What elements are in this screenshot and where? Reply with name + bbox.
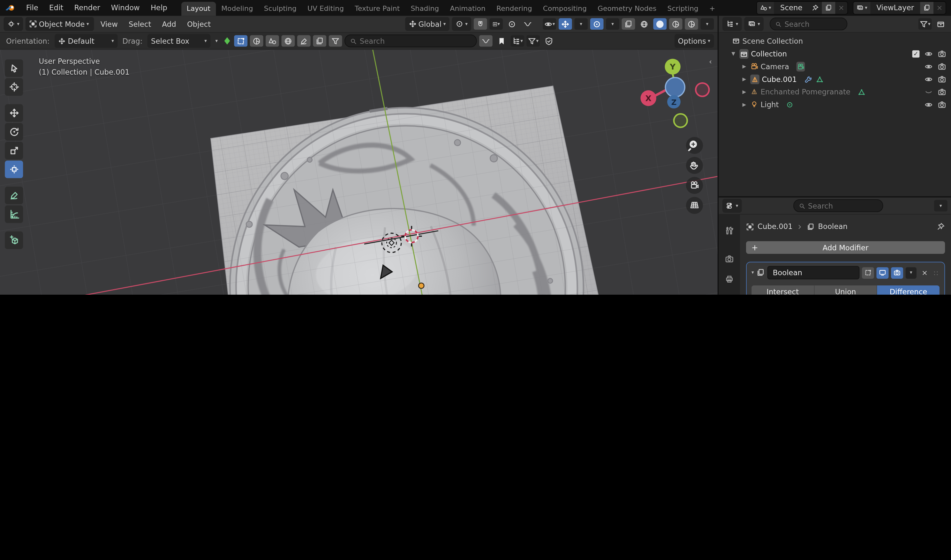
breadcrumb-object[interactable]: Cube.001 [758,222,793,231]
tool-annotate[interactable] [5,186,23,204]
overlays-dropdown[interactable]: ▾ [606,18,619,30]
menu-help[interactable]: Help [145,0,173,15]
cube001-hide-icon[interactable] [925,75,933,83]
light-render-icon[interactable] [937,100,946,109]
modifier-edit-mode-toggle[interactable] [862,267,874,278]
collection-render-icon[interactable] [937,49,946,58]
outliner-display-mode-button[interactable]: ▾ [744,17,764,31]
scene-browse-button[interactable]: ▾ [757,2,774,14]
options-dropdown[interactable]: Options▾ [674,34,714,48]
operation-union-button[interactable]: Union [814,285,877,295]
cube001-modifier-badge[interactable] [804,75,812,83]
viewlayer-remove-button[interactable]: × [934,3,946,12]
shading-wireframe-button[interactable] [638,18,651,30]
filter-dropdown[interactable]: ▾ [526,35,540,46]
outliner-searchbox[interactable] [770,17,847,30]
camera-hide-icon[interactable] [925,62,933,71]
operation-intersect-button[interactable]: Intersect [752,285,814,295]
tab-render[interactable] [720,252,738,266]
shield-check-icon[interactable] [542,35,556,46]
tab-shading[interactable]: Shading [405,2,445,16]
menu-add[interactable]: Add [158,20,181,28]
xray-toggle[interactable] [622,18,635,30]
navigation-gizmo[interactable]: ‹ Y X Z [635,53,714,235]
new-collection-button[interactable] [934,18,948,30]
viewlayer-name[interactable]: ViewLayer [871,3,920,12]
tool-cursor[interactable] [5,78,23,96]
modifier-render-toggle[interactable] [891,267,903,278]
menu-render[interactable]: Render [69,0,105,15]
select-paint-mode-button[interactable] [282,35,295,46]
add-workspace-button[interactable]: + [704,2,721,16]
collection-visibility-dropdown[interactable]: ▾ [511,35,524,46]
editor-type-button[interactable]: ▾ [3,17,23,31]
overlays-toggle[interactable] [590,18,604,30]
select-lasso-mode-button[interactable] [266,35,279,46]
tab-animation[interactable]: Animation [445,2,491,16]
cube001-render-icon[interactable] [937,75,946,83]
menu-edit[interactable]: Edit [44,0,69,15]
properties-editor-type-button[interactable]: ▾ [723,198,742,213]
pan-button[interactable] [686,157,703,174]
tab-scripting[interactable]: Scripting [662,2,704,16]
gradient-tool-icon[interactable] [222,36,232,46]
modifier-delete-button[interactable] [919,267,930,278]
tool-add-cube[interactable] [5,232,23,249]
outliner-editor-type-button[interactable]: ▾ [723,17,742,31]
viewlayer-browse-button[interactable]: ▾ [853,2,870,14]
proportional-edit-toggle[interactable] [505,18,519,30]
collection-checkbox[interactable]: ✓ [912,50,920,57]
tab-tool[interactable] [720,223,738,238]
falloff-curve-button[interactable] [479,35,492,46]
outliner-row-light[interactable]: ▶ Light [723,98,949,111]
camera-expand-icon[interactable]: ▶ [741,64,748,69]
menu-object[interactable]: Object [183,20,215,28]
add-modifier-button[interactable]: + Add Modifier [746,241,945,254]
copy-attributes-button[interactable] [313,35,326,46]
outliner-filter-dropdown[interactable]: ▾ [919,18,932,30]
tab-view-layer[interactable] [720,291,738,295]
bookmark-icon[interactable] [495,35,508,46]
blender-logo-icon[interactable] [0,0,21,15]
tool-measure[interactable] [5,205,23,223]
scene-new-button[interactable] [822,2,835,14]
modifier-realtime-toggle[interactable] [877,267,889,278]
modifier-drag-handle[interactable] [932,269,940,277]
mask-tool-button[interactable] [329,35,342,46]
tab-compositing[interactable]: Compositing [537,2,592,16]
properties-options-dropdown[interactable]: ▾ [934,200,948,211]
camera-view-button[interactable] [686,177,703,194]
light-hide-icon[interactable] [925,100,933,109]
perspective-toggle-button[interactable] [686,197,703,214]
pivot-point-selector[interactable]: ▾ [452,17,471,31]
pomegranate-render-icon[interactable] [937,88,946,96]
camera-render-icon[interactable] [937,62,946,71]
shading-material-button[interactable] [669,18,682,30]
breadcrumb-modifier[interactable]: Boolean [818,222,848,231]
tool-scale[interactable] [5,142,23,160]
outliner-row-collection[interactable]: ▼ Collection ✓ [723,47,949,60]
pomegranate-hide-icon-closed[interactable] [925,88,933,96]
tab-layout[interactable]: Layout [181,2,216,16]
menu-view[interactable]: View [96,20,122,28]
tab-output[interactable] [720,271,738,286]
menu-select[interactable]: Select [125,20,156,28]
mode-selector[interactable]: Object Mode ▾ [26,17,94,31]
visibility-dropdown[interactable]: ▾ [543,18,556,30]
modifier-extras-dropdown[interactable]: ▾ [906,267,917,278]
tool-select-box[interactable] [5,59,23,77]
transform-orientation-selector[interactable]: Global ▾ [405,17,449,31]
tool-searchbox[interactable] [344,34,477,47]
tab-sculpting[interactable]: Sculpting [259,2,302,16]
outliner-search-input[interactable] [784,20,841,28]
tab-uv-editing[interactable]: UV Editing [302,2,349,16]
shading-rendered-button[interactable] [685,18,698,30]
orientation-select[interactable]: Default ▾ [55,34,118,48]
tab-rendering[interactable]: Rendering [491,2,537,16]
menu-file[interactable]: File [21,0,44,15]
operation-difference-button[interactable]: Difference [877,285,940,295]
modifier-collapse-icon[interactable]: ▾ [752,270,754,275]
tool-search-input[interactable] [360,37,471,45]
outliner-row-cube001[interactable]: ▶ Cube.001 [723,73,949,85]
gizmos-dropdown[interactable]: ▾ [574,18,588,30]
